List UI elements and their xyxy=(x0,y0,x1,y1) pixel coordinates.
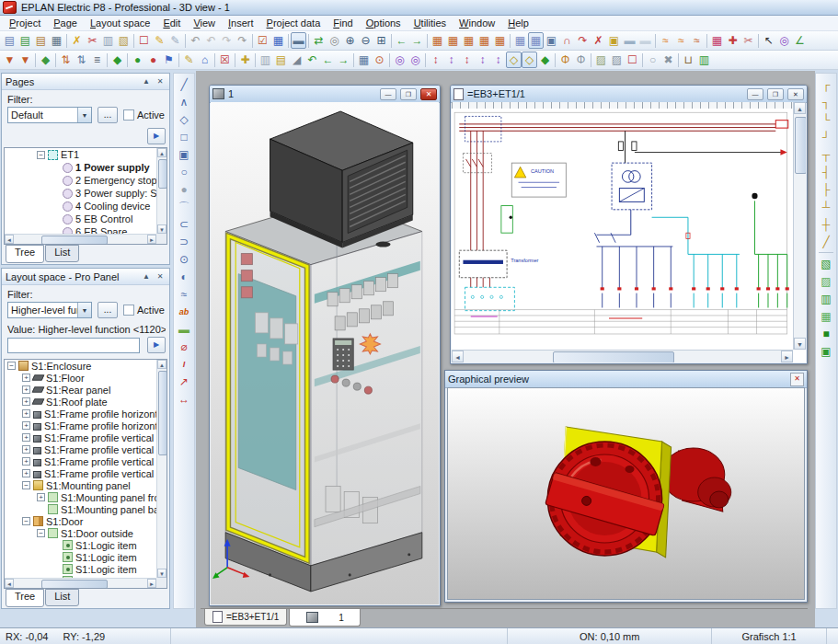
history-icon[interactable]: ⊙ xyxy=(372,52,387,68)
tree-item[interactable]: +S1:Frame profile horizontal co xyxy=(5,420,156,431)
surface-1-icon[interactable]: ▨ xyxy=(593,52,609,68)
menu-insert[interactable]: Insert xyxy=(222,17,260,29)
scroll-right-icon[interactable]: ► xyxy=(781,351,793,362)
expand-icon[interactable]: + xyxy=(22,397,30,406)
cut-icon[interactable]: ✂ xyxy=(85,32,100,49)
tree-item[interactable]: −S1:Mounting panel xyxy=(5,479,156,491)
scroll-left-icon[interactable]: ◄ xyxy=(452,351,464,362)
scroll-down-icon[interactable]: ▼ xyxy=(157,224,166,234)
pages-tree[interactable]: −ET11 Power supply2 Emergency stop3 Powe… xyxy=(4,147,167,245)
dimension-tool-icon[interactable]: ⌀ xyxy=(175,338,193,355)
ellipse-tool-icon[interactable]: ⊙ xyxy=(175,250,193,268)
back-icon[interactable]: ← xyxy=(394,32,409,49)
coil-2-icon[interactable]: Φ xyxy=(573,52,589,68)
collapse-panel-icon[interactable]: ▲ xyxy=(141,271,152,282)
schematic-titlebar[interactable]: =EB3+ET1/1 — ❐ ✕ xyxy=(451,86,807,103)
line-tool-icon[interactable]: ╱ xyxy=(175,75,193,93)
menu-view[interactable]: View xyxy=(187,17,222,29)
menu-layout-space[interactable]: Layout space xyxy=(84,17,156,29)
angle-connector-4-icon[interactable]: ┘ xyxy=(817,128,835,145)
browse-filter-button[interactable]: ... xyxy=(98,302,118,318)
arc-tool-icon[interactable]: ⌒ xyxy=(175,198,193,215)
import-pages-icon[interactable]: ▤ xyxy=(17,32,33,49)
menu-window[interactable]: Window xyxy=(453,17,501,29)
report-icon[interactable]: ▥ xyxy=(696,52,712,68)
pan-icon[interactable]: ◎ xyxy=(327,32,342,49)
close-panel-icon[interactable]: ✕ xyxy=(155,76,166,87)
image-tool-icon[interactable]: ▬ xyxy=(175,320,193,338)
goto-icon[interactable]: ⌂ xyxy=(197,52,212,68)
grid-snap-icon[interactable]: ▦ xyxy=(528,32,544,49)
panel-tab-list[interactable]: List xyxy=(45,245,79,262)
minimize-button[interactable]: — xyxy=(747,88,763,100)
menu-project[interactable]: Project xyxy=(3,17,47,29)
flag-icon[interactable]: ⚑ xyxy=(161,52,177,68)
move-point-icon[interactable]: ↷ xyxy=(575,32,591,49)
select-line-icon[interactable]: ↖ xyxy=(761,32,776,49)
value-input[interactable] xyxy=(7,338,140,353)
vertical-scrollbar[interactable]: ▲ ▼ xyxy=(793,102,806,350)
device-1-icon[interactable]: ◎ xyxy=(392,52,408,68)
potential-green-icon[interactable]: ◆ xyxy=(537,52,553,68)
settings-box-icon[interactable]: ✚ xyxy=(237,52,253,68)
dimension-angle-tool-icon[interactable]: ↗ xyxy=(175,373,193,390)
collapse-panel-icon[interactable]: ▲ xyxy=(141,76,152,87)
expand-icon[interactable]: + xyxy=(22,433,30,442)
browse-filter-button[interactable]: ... xyxy=(98,107,118,123)
view-cube-3-icon[interactable]: ▥ xyxy=(817,290,835,307)
center-cross-icon[interactable]: ✚ xyxy=(725,32,740,49)
delete-icon[interactable]: ✗ xyxy=(69,32,85,49)
scroll-thumb[interactable] xyxy=(158,159,167,189)
scroll-thumb[interactable] xyxy=(795,117,806,174)
restore-button[interactable]: ❐ xyxy=(400,88,417,100)
select-region-icon[interactable]: ☐ xyxy=(136,32,152,49)
tree-item[interactable]: −S1:Enclosure xyxy=(5,360,156,372)
undo-history-icon[interactable]: ↶ xyxy=(203,32,219,49)
text-tool-icon[interactable]: ab xyxy=(175,303,193,320)
menu-options[interactable]: Options xyxy=(360,17,408,29)
filter-funnel-2-icon[interactable]: ▼ xyxy=(17,52,33,68)
tree-item[interactable]: −ET1 xyxy=(5,148,156,161)
zoom-out-icon[interactable]: ⊖ xyxy=(358,32,373,49)
trim-icon[interactable]: ✂ xyxy=(740,32,756,49)
window-graphical-preview[interactable]: Graphical preview ✕ xyxy=(444,370,808,603)
tree-item[interactable]: +S1:Floor xyxy=(5,372,156,384)
tee-connector-4-icon[interactable]: ┴ xyxy=(817,198,835,215)
collapse-icon[interactable]: − xyxy=(37,151,45,159)
rectangle-center-tool-icon[interactable]: ▣ xyxy=(175,145,193,163)
coil-1-icon[interactable]: Φ xyxy=(557,52,573,68)
3d-view-titlebar[interactable]: 1 — ❐ ✕ xyxy=(210,86,440,103)
parts-cart-icon[interactable]: ⊔ xyxy=(681,52,696,68)
spline-tool-icon[interactable]: ≈ xyxy=(175,285,193,303)
document-tab--eb3-et1-1[interactable]: =EB3+ET1/1 xyxy=(204,609,287,626)
tree-item[interactable]: 1 Power supply xyxy=(5,161,156,174)
connection-3-icon[interactable]: ↕ xyxy=(459,52,475,68)
tree-item[interactable]: S1:Logic item xyxy=(5,563,156,575)
panel-tab-tree[interactable]: Tree xyxy=(6,589,44,607)
tree-item[interactable]: S1:Logic item xyxy=(5,539,156,551)
forward-icon[interactable]: → xyxy=(409,32,425,49)
pages-panel-header[interactable]: Pages ▲ ✕ xyxy=(2,74,169,90)
format-paint-icon[interactable]: ✎ xyxy=(152,32,167,49)
scroll-thumb[interactable] xyxy=(553,351,674,362)
tree-horizontal-scrollbar[interactable]: ◄ ► xyxy=(5,578,156,588)
apply-value-button[interactable]: ▶ xyxy=(147,337,166,353)
copy-icon[interactable]: ▥ xyxy=(100,32,116,49)
paste-icon[interactable]: ▧ xyxy=(116,32,132,49)
tree-item[interactable]: 5 EB Control xyxy=(5,213,156,225)
tree-vertical-scrollbar[interactable]: ▲ ▼ xyxy=(156,360,166,578)
expand-icon[interactable]: + xyxy=(22,385,30,394)
tree-vertical-scrollbar[interactable]: ▲ ▼ xyxy=(156,148,166,234)
break-point-icon[interactable]: ✗ xyxy=(591,32,606,49)
sector-tool-icon[interactable]: ◐ xyxy=(175,268,193,285)
polygon-tool-icon[interactable]: ◇ xyxy=(175,110,193,128)
macro-grid-4-icon[interactable]: ▦ xyxy=(476,32,492,49)
copy-pages-icon[interactable]: ▤ xyxy=(2,32,17,49)
redo-history-icon[interactable]: ↷ xyxy=(219,32,235,49)
rotary-switch-knob[interactable] xyxy=(545,442,664,556)
export-pages-icon[interactable]: ▤ xyxy=(33,32,49,49)
expand-icon[interactable]: + xyxy=(22,421,30,430)
tee-connector-2-icon[interactable]: ┤ xyxy=(817,163,835,180)
dimension-horizontal-tool-icon[interactable]: ↔ xyxy=(175,390,193,408)
close-icon[interactable]: ✕ xyxy=(790,373,804,386)
